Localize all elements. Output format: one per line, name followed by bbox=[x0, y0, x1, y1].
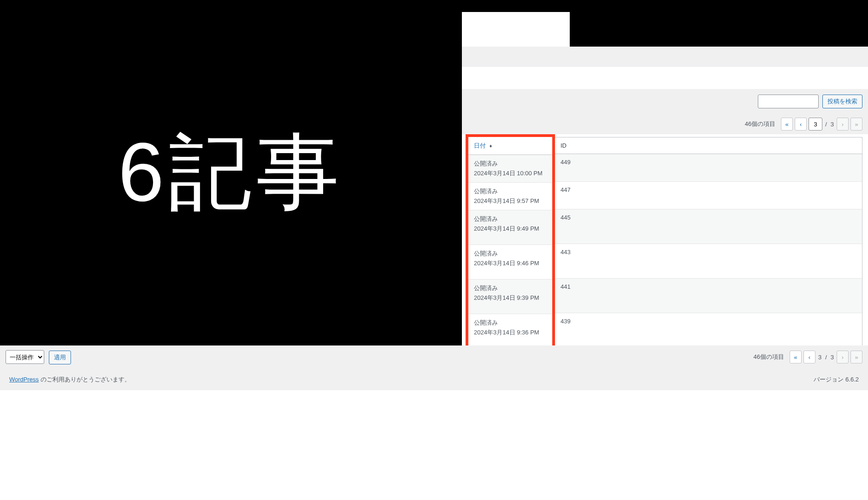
total-pages: 3 bbox=[830, 354, 835, 361]
current-page-text: 3 bbox=[817, 354, 822, 361]
search-button[interactable]: 投稿を検索 bbox=[822, 95, 862, 108]
items-count: 46個の項目 bbox=[745, 120, 775, 128]
status-label: 公開済み bbox=[474, 250, 547, 258]
items-count: 46個の項目 bbox=[753, 353, 784, 361]
first-page-button[interactable]: « bbox=[790, 351, 802, 363]
page-separator: / bbox=[824, 354, 828, 361]
wordpress-link[interactable]: WordPress bbox=[9, 376, 39, 383]
footer-thanks: のご利用ありがとうございます。 bbox=[39, 376, 130, 383]
status-label: 公開済み bbox=[474, 187, 547, 196]
table-row: 公開済み 2024年3月14日 9:57 PM bbox=[468, 183, 552, 210]
column-header-id: ID bbox=[561, 142, 567, 149]
table-row: 公開済み 2024年3月14日 9:36 PM bbox=[468, 314, 552, 349]
date-text: 2024年3月14日 9:57 PM bbox=[474, 197, 547, 205]
row-id: 439 bbox=[555, 313, 862, 348]
table-row: 447 bbox=[555, 182, 862, 209]
last-page-button[interactable]: » bbox=[850, 118, 862, 131]
table-row: 445 bbox=[555, 209, 862, 244]
search-input[interactable] bbox=[758, 95, 819, 108]
overlay-text: 6記事 bbox=[118, 117, 344, 229]
bulk-action-select[interactable]: 一括操作 bbox=[6, 350, 44, 364]
row-id: 447 bbox=[555, 182, 862, 209]
table-row: 441 bbox=[555, 279, 862, 313]
prev-page-button[interactable]: ‹ bbox=[803, 351, 815, 363]
status-label: 公開済み bbox=[474, 284, 547, 292]
page-separator: / bbox=[824, 121, 828, 128]
next-page-button[interactable]: › bbox=[837, 351, 849, 363]
status-label: 公開済み bbox=[474, 160, 547, 168]
top-dark-area bbox=[462, 0, 868, 47]
date-text: 2024年3月14日 10:00 PM bbox=[474, 169, 547, 178]
table-row: 449 bbox=[555, 154, 862, 182]
prev-page-button[interactable]: ‹ bbox=[795, 118, 807, 131]
row-id: 443 bbox=[555, 244, 862, 278]
table-row: 公開済み 2024年3月14日 10:00 PM bbox=[468, 155, 552, 183]
date-text: 2024年3月14日 9:39 PM bbox=[474, 294, 547, 302]
video-overlay: 6記事 bbox=[0, 0, 462, 345]
status-label: 公開済み bbox=[474, 319, 547, 327]
footer-bar: WordPress のご利用ありがとうございます。 バージョン 6.6.2 bbox=[0, 369, 868, 390]
row-id: 449 bbox=[555, 154, 862, 181]
table-row: 公開済み 2024年3月14日 9:39 PM bbox=[468, 280, 552, 314]
pagination-bottom: 46個の項目 « ‹ 3 / 3 › » bbox=[753, 351, 862, 363]
first-page-button[interactable]: « bbox=[781, 118, 793, 131]
apply-button[interactable]: 適用 bbox=[49, 351, 71, 364]
date-text: 2024年3月14日 9:46 PM bbox=[474, 259, 547, 268]
table-row: 公開済み 2024年3月14日 9:46 PM bbox=[468, 245, 552, 280]
date-text: 2024年3月14日 9:49 PM bbox=[474, 225, 547, 233]
next-page-button[interactable]: › bbox=[837, 118, 849, 131]
table-row: 443 bbox=[555, 244, 862, 279]
last-page-button[interactable]: » bbox=[850, 351, 862, 363]
sort-icon: ♦ bbox=[490, 143, 492, 149]
version-text: バージョン 6.6.2 bbox=[814, 375, 859, 384]
total-pages: 3 bbox=[830, 121, 835, 128]
pagination-top: 46個の項目 « ‹ / 3 › » bbox=[462, 114, 868, 134]
status-label: 公開済み bbox=[474, 215, 547, 223]
row-id: 445 bbox=[555, 209, 862, 244]
search-row: 投稿を検索 bbox=[462, 89, 868, 114]
column-header-date[interactable]: 日付 bbox=[474, 142, 486, 149]
page-input[interactable] bbox=[809, 118, 822, 131]
date-text: 2024年3月14日 9:36 PM bbox=[474, 328, 547, 337]
table-row: 439 bbox=[555, 313, 862, 348]
table-row: 公開済み 2024年3月14日 9:49 PM bbox=[468, 210, 552, 245]
row-id: 441 bbox=[555, 279, 862, 313]
